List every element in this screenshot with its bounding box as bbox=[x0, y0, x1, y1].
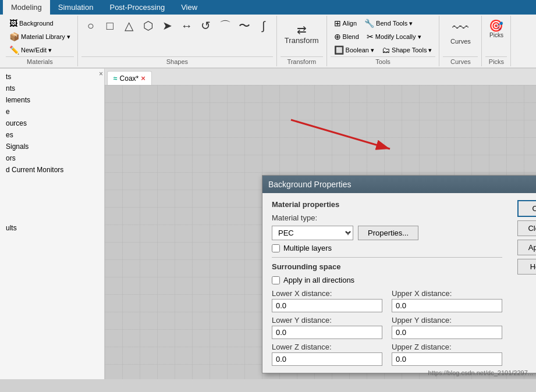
upper-y-label: Upper Y distance: bbox=[392, 316, 502, 325]
tab-post-processing[interactable]: Post-Processing bbox=[101, 0, 173, 15]
sidebar-item-8[interactable]: d Current Monitors bbox=[2, 164, 102, 176]
shape-arc-btn[interactable]: 〜 bbox=[235, 17, 254, 34]
apply-all-label: Apply in all directions bbox=[283, 276, 354, 284]
sidebar-close-btn[interactable]: × bbox=[99, 70, 103, 78]
tab-close-btn[interactable]: × bbox=[141, 74, 145, 83]
new-edit-btn[interactable]: ✏️ New/Edit ▾ bbox=[6, 44, 74, 56]
material-type-input-row: PEC Properties... bbox=[272, 226, 502, 240]
lower-x-label: Lower X distance: bbox=[272, 289, 382, 298]
group-curves: 〰 Curves Curves bbox=[439, 16, 482, 66]
lower-z-label: Lower Z distance: bbox=[272, 343, 382, 351]
dialog-title: Background Properties bbox=[268, 180, 351, 189]
shape-triangle-btn[interactable]: △ bbox=[120, 17, 139, 34]
dialog-titlebar: Background Properties × bbox=[262, 176, 536, 193]
align-btn[interactable]: ⊞Align bbox=[331, 17, 360, 30]
tab-coax[interactable]: ≈ Coax* × bbox=[107, 71, 152, 85]
modify-locally-btn[interactable]: ✂Modify Locally ▾ bbox=[363, 30, 425, 43]
tab-simulation[interactable]: Simulation bbox=[50, 0, 102, 15]
group-tools: ⊞Align 🔧Bend Tools ▾ ⊕Blend ✂Modify Loca… bbox=[327, 16, 440, 66]
upper-z-input[interactable] bbox=[392, 352, 502, 366]
shape-circle-btn[interactable]: ○ bbox=[81, 17, 100, 34]
sidebar-item-1[interactable]: nts bbox=[2, 83, 102, 94]
tab-view[interactable]: View bbox=[173, 0, 205, 15]
lower-y-item: Lower Y distance: bbox=[272, 316, 382, 339]
shapes-content: ○ □ △ ⬡ ➤ ↔ ↺ ⌒ 〜 ∫ bbox=[81, 17, 273, 34]
dialog-action-buttons: OK Close Apply Help bbox=[512, 193, 536, 373]
shape-spline-btn[interactable]: ∫ bbox=[254, 17, 273, 34]
background-properties-dialog: Background Properties × Material propert… bbox=[262, 175, 536, 373]
upper-y-item: Upper Y distance: bbox=[392, 316, 502, 339]
lower-x-input[interactable] bbox=[272, 299, 382, 312]
material-library-btn[interactable]: 📦 Material Library ▾ bbox=[6, 30, 74, 43]
shape-move-btn[interactable]: ↔ bbox=[178, 17, 196, 34]
ok-button[interactable]: OK bbox=[517, 200, 536, 217]
apply-all-checkbox[interactable] bbox=[272, 276, 280, 284]
shape-curve-btn[interactable]: ⌒ bbox=[216, 17, 235, 34]
shape-diamond-btn[interactable]: ⬡ bbox=[139, 17, 158, 34]
tab-bar: ≈ Coax* × bbox=[105, 69, 536, 85]
watermark: https://blog.csdn.net/dc_2101/2297... bbox=[428, 369, 533, 376]
tab-modeling[interactable]: Modeling bbox=[3, 0, 50, 15]
material-type-row: Material type: bbox=[272, 213, 502, 222]
background-icon: 🖼 bbox=[9, 19, 17, 28]
boolean-btn[interactable]: 🔲Boolean ▾ bbox=[331, 44, 378, 56]
curves-btn[interactable]: 〰 Curves bbox=[443, 17, 478, 48]
tab-label: Coax* bbox=[120, 74, 139, 83]
new-edit-icon: ✏️ bbox=[9, 45, 19, 55]
sidebar-item-4[interactable]: ources bbox=[2, 117, 102, 129]
upper-y-input[interactable] bbox=[392, 326, 502, 339]
help-button[interactable]: Help bbox=[517, 259, 536, 275]
group-shapes: ○ □ △ ⬡ ➤ ↔ ↺ ⌒ 〜 ∫ Shapes bbox=[78, 16, 277, 66]
sidebar-item-9[interactable]: ults bbox=[2, 222, 102, 234]
apply-all-row: Apply in all directions bbox=[272, 276, 502, 284]
transform-btn[interactable]: ⇄ Transform bbox=[281, 17, 323, 51]
shape-rotate-btn[interactable]: ↺ bbox=[197, 17, 215, 34]
shape-arrow-btn[interactable]: ➤ bbox=[158, 17, 177, 34]
materials-group-label: Materials bbox=[6, 56, 74, 66]
material-type-label: Material type: bbox=[272, 213, 318, 222]
sidebar: × ts nts lements e ources es Signals ors… bbox=[0, 69, 105, 379]
dialog-main-content: Material properties Material type: PEC P… bbox=[262, 193, 512, 373]
shape-square-btn[interactable]: □ bbox=[101, 17, 119, 34]
tab-icon: ≈ bbox=[113, 74, 118, 83]
properties-button[interactable]: Properties... bbox=[358, 226, 418, 240]
lower-y-input[interactable] bbox=[272, 326, 382, 339]
upper-x-item: Upper X distance: bbox=[392, 289, 502, 312]
tools-group-label: Tools bbox=[331, 56, 436, 66]
ribbon-body: 🖼 Background 📦 Material Library ▾ ✏️ New… bbox=[0, 15, 536, 67]
sidebar-item-0[interactable]: ts bbox=[2, 71, 102, 83]
curves-group-label: Curves bbox=[443, 56, 478, 66]
sidebar-item-3[interactable]: e bbox=[2, 106, 102, 117]
lower-y-label: Lower Y distance: bbox=[272, 316, 382, 325]
lower-z-input[interactable] bbox=[272, 352, 382, 366]
apply-button[interactable]: Apply bbox=[517, 240, 536, 255]
ribbon: Modeling Simulation Post-Processing View… bbox=[0, 0, 536, 69]
close-button[interactable]: Close bbox=[517, 220, 536, 236]
lower-z-item: Lower Z distance: bbox=[272, 343, 382, 366]
multiple-layers-checkbox[interactable] bbox=[272, 244, 280, 252]
dialog-inner: Material properties Material type: PEC P… bbox=[262, 193, 536, 373]
group-materials: 🖼 Background 📦 Material Library ▾ ✏️ New… bbox=[2, 16, 78, 66]
blend-btn[interactable]: ⊕Blend bbox=[331, 30, 363, 43]
upper-z-label: Upper Z distance: bbox=[392, 343, 502, 351]
picks-icon: 🎯 bbox=[489, 19, 503, 32]
upper-x-input[interactable] bbox=[392, 299, 502, 312]
background-btn[interactable]: 🖼 Background bbox=[6, 17, 74, 30]
sidebar-item-7[interactable]: ors bbox=[2, 152, 102, 164]
bend-tools-btn[interactable]: 🔧Bend Tools ▾ bbox=[361, 17, 416, 30]
material-type-select-wrapper: PEC bbox=[272, 226, 353, 240]
sidebar-item-6[interactable]: Signals bbox=[2, 141, 102, 152]
space-section-label: Surrounding space bbox=[272, 262, 502, 271]
picks-btn[interactable]: 🎯 Picks bbox=[486, 17, 506, 41]
sidebar-item-2[interactable]: lements bbox=[2, 94, 102, 106]
distance-grid: Lower X distance: Upper X distance: Lowe… bbox=[272, 289, 502, 366]
lower-x-item: Lower X distance: bbox=[272, 289, 382, 312]
sidebar-item-5[interactable]: es bbox=[2, 129, 102, 141]
canvas-area[interactable]: Background Properties × Material propert… bbox=[105, 85, 536, 379]
ribbon-tab-row: Modeling Simulation Post-Processing View bbox=[0, 0, 536, 15]
group-transform: ⇄ Transform Transform bbox=[277, 16, 327, 66]
transform-group-label: Transform bbox=[281, 56, 323, 66]
shape-tools-btn[interactable]: 🗂Shape Tools ▾ bbox=[378, 44, 435, 56]
material-type-select[interactable]: PEC bbox=[272, 226, 353, 240]
section-divider bbox=[272, 257, 502, 258]
